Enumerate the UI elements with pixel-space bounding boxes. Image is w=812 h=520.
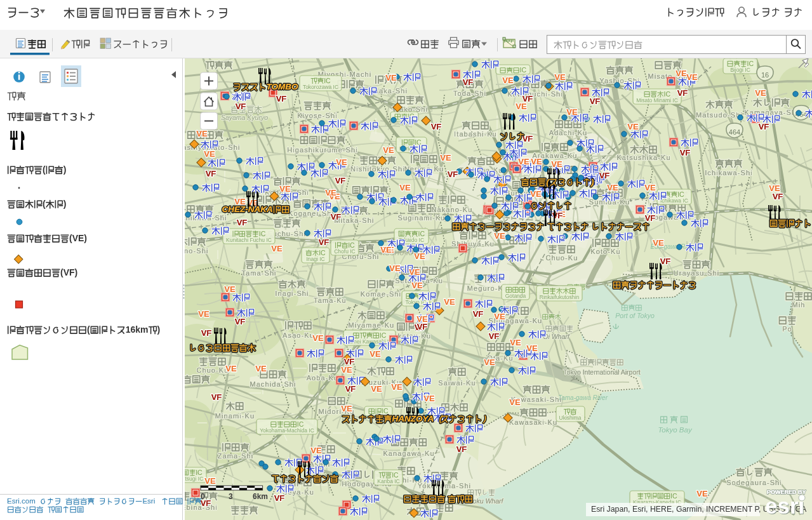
svg-text:(: ( [43,199,46,209]
svg-text:Seya-Ku: Seya-Ku [283,488,314,496]
svg-text:Urayasu-Shi: Urayasu-Shi [674,269,720,277]
svg-text:IC: IC [670,492,677,500]
svg-text:VF: VF [335,176,346,185]
svg-text:IC: IC [319,249,326,257]
svg-text:VF: VF [319,237,329,247]
svg-text:VF: VF [345,384,356,394]
svg-text:IC: IC [418,230,425,237]
svg-text:VF: VF [236,102,246,111]
svg-text:VF: VF [645,213,656,223]
svg-text:VF: VF [677,88,688,98]
svg-text:VE: VE [369,349,381,359]
svg-text:Aoba-Ku: Aoba-Ku [307,374,339,382]
svg-text:): ) [63,199,67,209]
svg-text:Kiyose-Shi: Kiyose-Shi [297,112,338,119]
svg-text:VE: VE [312,333,324,343]
svg-text:VE: VE [225,364,237,373]
svg-text:VE: VE [494,312,505,321]
svg-text:VE: VE [509,397,521,407]
svg-text:VE: VE [510,338,521,347]
svg-text:IC: IC [324,77,331,84]
svg-text:VE: VE [325,188,336,197]
svg-text:VE: VE [198,309,210,319]
svg-text:VF: VF [522,94,533,103]
svg-text:IC: IC [520,66,527,74]
svg-text:VE: VE [391,382,403,392]
svg-text:VE: VE [385,73,397,83]
svg-text:VE: VE [423,394,435,403]
svg-text:Gotanda: Gotanda [505,293,526,299]
svg-text:Kanagawa-Ku: Kanagawa-Ku [383,450,434,457]
svg-text:Komae-Shi: Komae-Shi [361,290,401,298]
svg-text:VE: VE [653,238,664,248]
svg-text:VF: VF [599,171,610,180]
svg-text:(: ( [43,164,46,175]
svg-text:VE: VE [409,267,420,277]
svg-text:Bijogi IC: Bijogi IC [730,67,750,73]
svg-text:Minami-Ku: Minami-Ku [215,412,255,420]
svg-text:IC: IC [664,90,671,98]
svg-text:VE: VE [224,284,236,294]
svg-text:Koto-Ku: Koto-Ku [590,248,620,255]
svg-text:Ukishima: Ukishima [559,415,582,421]
svg-text:Suginami-Ku: Suginami-Ku [398,214,446,222]
svg-text:HANZOYA（: HANZOYA（ [392,414,444,423]
svg-text:VF: VF [759,122,769,131]
svg-text:VE: VE [383,145,394,155]
svg-text:Chofu IC: Chofu IC [334,248,356,255]
svg-text:(VE): (VE) [69,233,87,243]
svg-text:Kunitachi Fuchu IC: Kunitachi Fuchu IC [226,237,272,243]
svg-text:Esri: Esri [142,497,155,505]
svg-text:VF: VF [773,192,783,201]
svg-text:Tama-gawa River: Tama-gawa River [558,394,608,401]
svg-text:VF: VF [237,218,248,227]
svg-text:VE: VE [484,357,495,367]
svg-text:IC: IC [677,190,684,198]
svg-text:Esri.com: Esri.com [7,497,36,505]
svg-text:CHEZ-NAKA: CHEZ-NAKA [222,204,273,214]
svg-text:Saiwai-Ku: Saiwai-Ku [438,379,476,387]
svg-text:VE: VE [696,489,708,498]
svg-text:6km: 6km [253,492,268,501]
svg-text:Kawasaki-Ku: Kawasaki-Ku [509,418,557,426]
svg-text:IC: IC [392,471,399,479]
svg-text:(VF): (VF) [60,267,77,277]
svg-text:IC: IC [747,60,754,67]
svg-text:Yokohama-Machida IC: Yokohama-Machida IC [260,427,314,434]
svg-text:16km: 16km [126,324,149,335]
svg-text:Machida-Shi: Machida-Shi [250,380,296,388]
svg-text:Higashikurume-Shi: Higashikurume-Shi [287,146,358,154]
svg-text:Ebina-Shi: Ebina-Shi [181,503,218,511]
svg-text:VE: VE [554,72,566,82]
svg-text:Tokyo Bay: Tokyo Bay [658,426,693,434]
svg-text:VE: VE [551,159,562,169]
svg-text:VE: VE [414,251,425,261]
svg-text:16: 16 [761,71,769,79]
svg-text:VE: VE [518,157,529,166]
svg-text:VE: VE [494,231,505,241]
svg-text:Miyamae-Ku: Miyamae-Ku [349,321,395,329]
svg-text:VF: VF [201,328,212,338]
svg-text:VF: VF [344,357,355,366]
svg-text:VE: VE [607,183,618,192]
svg-text:Port of Tokyo: Port of Tokyo [615,312,655,319]
svg-text:Nakano-Ku: Nakano-Ku [432,206,473,213]
svg-text:Chuo-Ku: Chuo-Ku [196,366,229,374]
svg-text:Inagi IC: Inagi IC [306,256,324,262]
svg-text:IC: IC [382,407,389,415]
svg-text:Inagi-Shi: Inagi-Shi [275,290,309,297]
svg-text:IC: IC [259,230,266,237]
svg-text:VF: VF [331,212,342,222]
svg-text:IC: IC [415,138,422,146]
svg-text:Chuo-Ku: Chuo-Ku [545,254,578,262]
svg-text:Tama-Shi: Tama-Shi [241,269,276,277]
svg-text:VE: VE [526,343,538,353]
svg-text:Yokohama-Shi: Yokohama-Shi [418,482,471,490]
svg-text:VE: VE [204,149,215,159]
svg-text:): ) [63,164,67,175]
svg-text:VF: VF [489,331,500,341]
svg-text:Mih: Mih [792,301,806,309]
svg-text:）: ） [483,414,491,423]
svg-text:VF: VF [660,257,671,266]
svg-text:Tokyo International Airport: Tokyo International Airport [563,368,640,376]
